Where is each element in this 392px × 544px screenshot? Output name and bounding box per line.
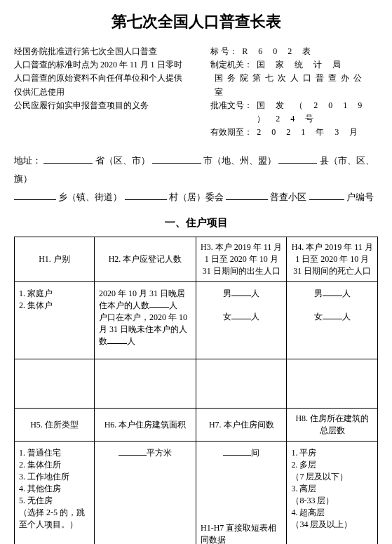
header-left-line: 人口普查的原始资料不向任何单位和个人提供: [14, 72, 203, 85]
hr-value: 国 发 （ 2 0 1 9 ） 2 4 号: [252, 99, 378, 126]
option: 1. 普通住宅: [19, 447, 90, 459]
option: 2. 多层: [291, 459, 373, 471]
th-h7: H7. 本户住房间数: [196, 409, 287, 442]
th-h5: H5. 住所类型: [15, 409, 95, 442]
addr-label: 乡（镇、街道）: [58, 192, 122, 202]
option: 2. 集体住所: [19, 459, 90, 471]
unit: 平方米: [147, 448, 172, 458]
unit: 间: [251, 448, 259, 458]
cell-h4: 男人 女人: [287, 282, 378, 359]
unit: 人: [342, 288, 351, 298]
note: （7 层及以下）: [291, 471, 373, 483]
text: 人: [127, 336, 135, 346]
cell-empty: [196, 359, 287, 409]
option: 4. 其他住房: [19, 483, 90, 495]
header-right: 标 号：R 6 0 2 表 制定机关：国 家 统 计 局 国务院第七次人口普查办…: [210, 45, 378, 139]
label-female: 女: [314, 312, 323, 321]
note: （选择 2-5 的，跳至个人项目。）: [19, 507, 90, 531]
note: （8-33 层）: [291, 495, 373, 507]
table-household-top: H1. 户别 H2. 本户应登记人数 H3. 本户 2019 年 11 月 1 …: [14, 237, 378, 409]
header-left-line: 经国务院批准进行第七次全国人口普查: [14, 45, 203, 58]
unit: 人: [251, 288, 259, 298]
header-left-line: 公民应履行如实申报普查项目的义务: [14, 99, 203, 112]
cell-empty: [94, 359, 196, 409]
cell-h5: 1. 普通住宅 2. 集体住所 3. 工作地住所 4. 其他住房 5. 无住房 …: [15, 442, 95, 544]
hr-label: 批准文号：: [210, 99, 252, 126]
table-household-bottom: H5. 住所类型 H6. 本户住房建筑面积 H7. 本户住房间数 H8. 住房所…: [14, 409, 378, 544]
th-h4: H4. 本户 2019 年 11 月 1 日至 2020 年 10 月 31 日…: [287, 237, 378, 282]
header-left: 经国务院批准进行第七次全国人口普查 人口普查的标准时点为 2020 年 11 月…: [14, 45, 203, 139]
cell-h6: 平方米: [94, 442, 196, 544]
header-left-line: 人口普查的标准时点为 2020 年 11 月 1 日零时: [14, 58, 203, 72]
option: 1. 平房: [291, 447, 373, 459]
cell-h2: 2020 年 10 月 31 日晚居住本户的人数人 户口在本户，2020 年 1…: [94, 282, 196, 359]
addr-label: 省（区、市）: [95, 155, 150, 166]
cell-h3: 男人 女人: [196, 282, 287, 359]
hr-value: 2 0 2 1 年 3 月: [252, 126, 362, 139]
unit: 人: [251, 312, 259, 321]
hr-value: 国务院第七次人口普查办公室: [210, 72, 378, 98]
unit: 人: [342, 312, 351, 321]
cell-empty: [287, 359, 378, 409]
option: 5. 无住房: [19, 495, 90, 507]
hr-label: 有效期至：: [210, 126, 252, 139]
address-block: 地址： 省（区、市） 市（地、州、盟） 县（市、区、旗） 乡（镇、街道） 村（居…: [14, 152, 378, 206]
cell-h1: 1. 家庭户 2. 集体户: [15, 282, 95, 359]
option: 1. 家庭户: [19, 288, 90, 300]
cell-empty: [15, 359, 95, 409]
addr-label: 普查小区: [270, 192, 306, 202]
option: 4. 超高层: [291, 507, 373, 519]
th-h3: H3. 本户 2019 年 11 月 1 日至 2020 年 10 月 31 日…: [196, 237, 287, 282]
addr-label: 户编号: [346, 192, 374, 202]
cell-h8: 1. 平房 2. 多层 （7 层及以下） 3. 高层 （8-33 层） 4. 超…: [287, 442, 378, 544]
note: H1-H7 直接取短表相同数据: [201, 522, 283, 544]
header-block: 经国务院批准进行第七次全国人口普查 人口普查的标准时点为 2020 年 11 月…: [14, 45, 378, 139]
addr-label: 地址：: [14, 155, 41, 166]
hr-label: 标 号：: [210, 45, 238, 58]
option: 3. 工作地住所: [19, 471, 90, 483]
header-left-line: 仅供汇总使用: [14, 86, 203, 99]
th-h6: H6. 本户住房建筑面积: [94, 409, 196, 442]
cell-h7: 间 H1-H7 直接取短表相同数据: [196, 442, 287, 544]
option: 2. 集体户: [19, 300, 90, 312]
addr-label: 市（地、州、盟）: [203, 155, 276, 166]
addr-label: 村（居）委会: [169, 192, 224, 202]
note: （34 层及以上）: [291, 519, 373, 531]
text: 人: [169, 300, 177, 310]
label-female: 女: [223, 312, 231, 321]
hr-label: 制定机关：: [210, 58, 252, 72]
option: 3. 高层: [291, 483, 373, 495]
hr-value: 国 家 统 计 局: [252, 58, 345, 72]
th-h2: H2. 本户应登记人数: [94, 237, 196, 282]
label-male: 男: [223, 288, 231, 298]
label-male: 男: [314, 288, 323, 298]
hr-value: R 6 0 2 表: [238, 45, 315, 58]
th-h1: H1. 户别: [15, 237, 95, 282]
page-title: 第七次全国人口普查长表: [14, 11, 378, 32]
th-h8: H8. 住房所在建筑的总层数: [287, 409, 378, 442]
section-title: 一、住户项目: [14, 216, 378, 230]
